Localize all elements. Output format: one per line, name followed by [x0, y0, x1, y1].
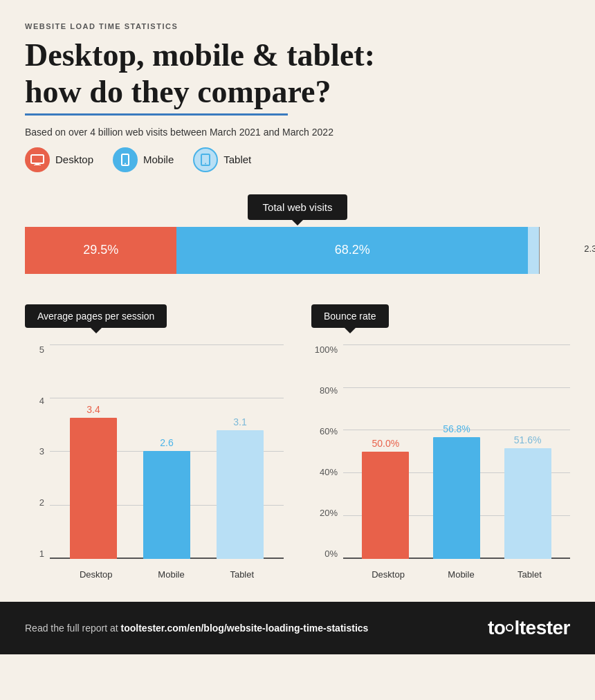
- bounce-chart-area: 0% 20% 40% 60% 80% 100%: [311, 344, 570, 580]
- bar-desktop-rect: [70, 418, 117, 559]
- bounce-x-labels: Desktop Mobile Tablet: [343, 565, 570, 580]
- pages-bars-row: 3.4 2.6 3.1: [50, 344, 284, 559]
- svg-rect-2: [34, 165, 41, 165]
- bounce-bars-area: 50.0% 56.8% 51.6%: [343, 344, 570, 580]
- page-title: Desktop, mobile & tablet: how do they co…: [25, 37, 570, 116]
- footer-link[interactable]: tooltester.com/en/blog/website-loading-t…: [121, 623, 369, 634]
- pages-bars-area: 3.4 2.6 3.1: [50, 344, 284, 580]
- footer: Read the full report at tooltester.com/e…: [0, 602, 595, 654]
- svg-point-4: [125, 163, 126, 164]
- bounce-rate-chart: Bounce rate 0% 20% 40% 60% 80% 100%: [311, 304, 570, 580]
- legend-mobile: Mobile: [113, 147, 174, 172]
- horizontal-bar: 29.5% 68.2%: [25, 227, 540, 274]
- bar-bounce-tablet-rect: [504, 448, 551, 559]
- svg-point-6: [205, 163, 206, 164]
- pages-per-session-chart: Average pages per session 1 2 3 4 5: [25, 304, 284, 580]
- desktop-icon: [25, 147, 50, 172]
- subtitle: WEBSITE LOAD TIME STATISTICS: [25, 22, 570, 30]
- bar-mobile-rect: [143, 451, 190, 559]
- bounce-bars-row: 50.0% 56.8% 51.6%: [343, 344, 570, 559]
- bar-bounce-mobile-rect: [433, 437, 480, 559]
- legend-desktop: Desktop: [25, 147, 93, 172]
- bar-bounce-desktop-rect: [362, 452, 409, 559]
- total-visits-tooltip: Total web visits: [248, 194, 348, 220]
- charts-row: Average pages per session 1 2 3 4 5: [25, 304, 570, 580]
- legend-tablet: Tablet: [193, 147, 251, 172]
- bar-tablet-rect: [217, 430, 264, 559]
- bar-group-tablet: 3.1: [217, 416, 264, 559]
- bounce-y-axis: 0% 20% 40% 60% 80% 100%: [311, 344, 338, 580]
- bar-mobile: 68.2%: [176, 227, 527, 274]
- svg-rect-0: [31, 155, 44, 163]
- pages-chart-area: 1 2 3 4 5: [25, 344, 284, 580]
- legend: Desktop Mobile Tablet: [25, 147, 570, 172]
- bar-group-mobile: 2.6: [143, 437, 190, 559]
- horizontal-bar-container: 29.5% 68.2% 2.3%: [25, 227, 570, 274]
- pages-x-labels: Desktop Mobile Tablet: [50, 565, 284, 580]
- bar-tablet: [528, 227, 540, 274]
- bar-group-bounce-desktop: 50.0%: [362, 438, 409, 559]
- pages-y-axis: 1 2 3 4 5: [25, 344, 44, 580]
- bar-group-bounce-mobile: 56.8%: [433, 423, 480, 559]
- footer-text: Read the full report at tooltester.com/e…: [25, 623, 368, 634]
- tablet-pct-label: 2.3%: [584, 243, 595, 253]
- mobile-icon: [113, 147, 138, 172]
- pages-tooltip: Average pages per session: [25, 304, 167, 328]
- total-visits-section: Total web visits 29.5% 68.2% 2.3%: [25, 194, 570, 274]
- logo-o: [506, 624, 513, 632]
- tablet-icon: [193, 147, 218, 172]
- svg-rect-1: [35, 163, 39, 165]
- bounce-tooltip: Bounce rate: [311, 304, 389, 328]
- bar-desktop: 29.5%: [25, 227, 176, 274]
- footer-logo: toltester: [488, 617, 570, 639]
- description: Based on over 4 billion web visits betwe…: [25, 127, 570, 138]
- bar-group-bounce-tablet: 51.6%: [504, 434, 551, 559]
- bar-group-desktop: 3.4: [70, 404, 117, 559]
